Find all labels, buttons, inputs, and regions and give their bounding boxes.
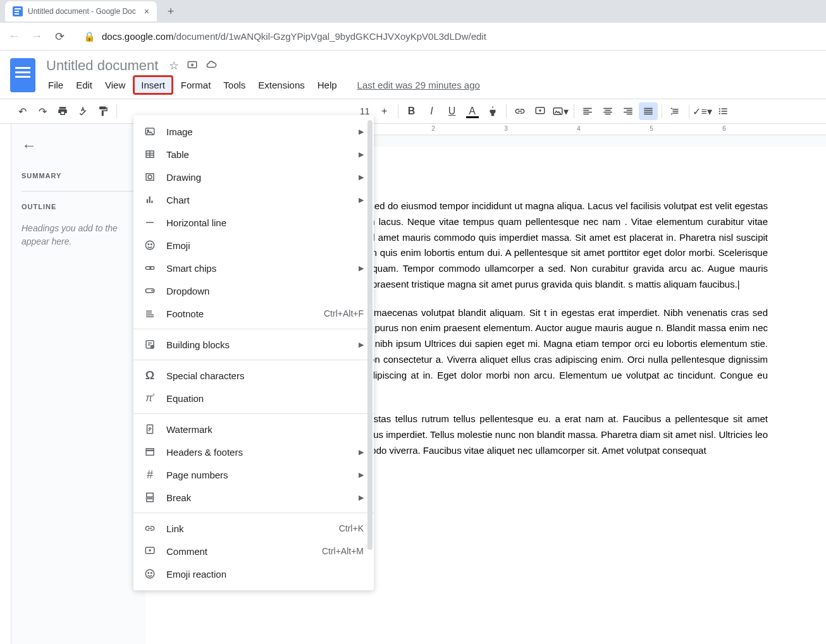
insert-equation[interactable]: π²Equation <box>133 387 374 410</box>
align-justify-button[interactable] <box>639 102 658 120</box>
lock-icon: 🔒 <box>83 31 96 42</box>
insert-link[interactable]: LinkCtrl+K <box>133 517 374 540</box>
align-left-button[interactable] <box>578 102 597 120</box>
highlight-button[interactable] <box>483 102 502 120</box>
special-icon: Ω <box>144 369 156 382</box>
watermark-icon <box>144 423 156 435</box>
insert-image[interactable]: Image▶ <box>133 120 374 143</box>
star-icon[interactable]: ☆ <box>169 59 179 73</box>
checklist-button[interactable]: ✓≡▾ <box>693 102 712 120</box>
drawing-icon <box>144 171 156 183</box>
bold-button[interactable]: B <box>402 102 421 120</box>
align-center-button[interactable] <box>598 102 617 120</box>
menu-view[interactable]: View <box>100 78 130 92</box>
insert-building-blocks[interactable]: Building blocks▶ <box>133 333 374 356</box>
address-bar: ← → ⟳ 🔒 docs.google.com/document/d/1wANQ… <box>0 23 826 51</box>
reload-button[interactable]: ⟳ <box>53 30 66 43</box>
spellcheck-button[interactable] <box>73 102 92 120</box>
insert-special-characters[interactable]: ΩSpecial characters <box>133 364 374 387</box>
submenu-arrow-icon: ▶ <box>359 196 364 204</box>
insert-footnote[interactable]: FootnoteCtrl+Alt+F <box>133 302 374 325</box>
paint-format-button[interactable] <box>94 102 113 120</box>
collapse-sidebar-icon[interactable]: ← <box>22 137 135 154</box>
insert-headers-footers[interactable]: Headers & footers▶ <box>133 440 374 463</box>
svg-point-25 <box>145 569 154 578</box>
dropdown-scrollbar[interactable] <box>367 120 373 550</box>
redo-button[interactable]: ↷ <box>33 102 52 120</box>
url-bar[interactable]: 🔒 docs.google.com/document/d/1wANQkil-Gz… <box>76 31 818 42</box>
line-spacing-button[interactable] <box>666 102 685 120</box>
insert-emoji[interactable]: Emoji <box>133 234 374 257</box>
outline-sidebar: ← SUMMARY OUTLINE Headings you add to th… <box>11 124 145 644</box>
summary-heading: SUMMARY <box>22 172 135 179</box>
move-icon[interactable] <box>187 59 198 73</box>
svg-point-12 <box>145 241 154 250</box>
pagenum-icon: # <box>144 468 156 481</box>
menu-bar: FileEditViewInsertFormatToolsExtensionsH… <box>43 78 816 92</box>
menu-edit[interactable]: Edit <box>71 78 97 92</box>
blocks-icon <box>144 338 156 351</box>
vertical-ruler <box>0 124 11 644</box>
insert-break[interactable]: Break▶ <box>133 486 374 509</box>
svg-rect-22 <box>147 493 154 497</box>
document-title[interactable]: Untitled document <box>43 56 161 76</box>
submenu-arrow-icon: ▶ <box>359 471 364 479</box>
menu-format[interactable]: Format <box>176 78 216 92</box>
submenu-arrow-icon: ▶ <box>359 128 364 136</box>
insert-chart[interactable]: Chart▶ <box>133 188 374 211</box>
menu-file[interactable]: File <box>43 78 68 92</box>
footnote-icon <box>144 307 156 320</box>
insert-comment-button[interactable] <box>531 102 550 120</box>
text-color-button[interactable]: A <box>463 102 482 120</box>
chart-icon <box>144 193 156 206</box>
insert-dropdown[interactable]: Dropdown <box>133 279 374 302</box>
bulleted-list-button[interactable] <box>713 102 732 120</box>
back-button[interactable]: ← <box>8 30 20 43</box>
undo-button[interactable]: ↶ <box>13 102 32 120</box>
new-tab-button[interactable]: + <box>162 3 180 20</box>
insert-emoji-reaction[interactable]: Emoji reaction <box>133 562 374 585</box>
close-tab-icon[interactable]: × <box>144 6 149 16</box>
italic-button[interactable]: I <box>422 102 441 120</box>
break-icon <box>144 491 156 504</box>
insert-smart-chips[interactable]: Smart chips▶ <box>133 257 374 279</box>
insert-image-button[interactable]: ▾ <box>551 102 570 120</box>
underline-button[interactable]: U <box>443 102 462 120</box>
insert-table[interactable]: Table▶ <box>133 143 374 166</box>
svg-point-13 <box>148 244 149 245</box>
insert-page-numbers[interactable]: #Page numbers▶ <box>133 463 374 486</box>
image-icon <box>144 125 156 138</box>
cloud-icon[interactable] <box>206 59 217 73</box>
forward-button[interactable]: → <box>30 30 43 43</box>
hr-icon <box>144 216 156 229</box>
submenu-arrow-icon: ▶ <box>359 494 364 502</box>
svg-point-4 <box>718 111 720 112</box>
menu-extensions[interactable]: Extensions <box>253 78 309 92</box>
align-right-button[interactable] <box>619 102 638 120</box>
insert-watermark[interactable]: Watermark <box>133 418 374 440</box>
insert-drawing[interactable]: Drawing▶ <box>133 166 374 188</box>
svg-point-3 <box>718 108 720 109</box>
link-icon <box>144 522 156 535</box>
last-edit-link[interactable]: Last edit was 29 minutes ago <box>357 80 480 90</box>
text-cursor <box>737 279 740 289</box>
docs-logo-icon[interactable] <box>10 58 35 92</box>
toolbar: ↶ ↷ 11 + B I U A ▾ ✓≡▾ <box>0 99 826 124</box>
svg-point-26 <box>148 573 149 574</box>
insert-menu-dropdown: Image▶Table▶Drawing▶Chart▶Horizontal lin… <box>133 115 374 590</box>
browser-chrome: Untitled document - Google Doc × + ← → ⟳… <box>0 0 826 51</box>
svg-point-14 <box>151 244 152 245</box>
tab-bar: Untitled document - Google Doc × + <box>0 0 826 23</box>
headers-icon <box>144 446 156 458</box>
print-button[interactable] <box>53 102 72 120</box>
menu-tools[interactable]: Tools <box>218 78 250 92</box>
svg-point-27 <box>151 573 152 574</box>
tab-title: Untitled document - Google Doc <box>28 7 139 16</box>
insert-link-button[interactable] <box>510 102 529 120</box>
menu-help[interactable]: Help <box>312 78 342 92</box>
browser-tab[interactable]: Untitled document - Google Doc × <box>5 1 157 21</box>
insert-horizontal-line[interactable]: Horizontal line <box>133 211 374 234</box>
increase-font-button[interactable]: + <box>375 102 394 120</box>
insert-comment[interactable]: CommentCtrl+Alt+M <box>133 540 374 562</box>
menu-insert[interactable]: Insert <box>133 75 173 95</box>
